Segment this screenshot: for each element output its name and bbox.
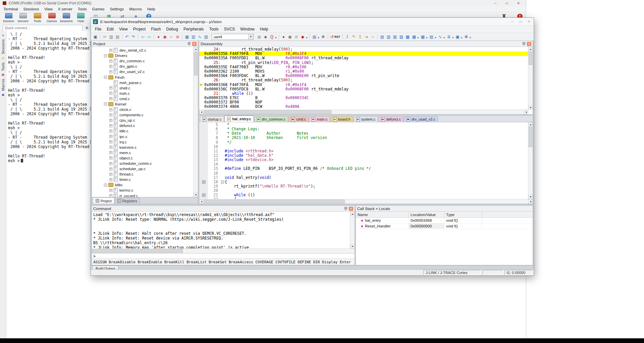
scroll-down-icon[interactable] (528, 106, 533, 110)
expander-icon[interactable]: + (109, 70, 112, 73)
disassembly-view[interactable]: 24: rt_thread_mdelay(500);0x00003356F44F… (199, 47, 533, 114)
configure-icon[interactable]: ☸ (320, 34, 326, 40)
quick-connect-settings-icon[interactable]: ☸ (85, 26, 89, 30)
expander-icon[interactable]: + (109, 49, 112, 52)
stop-icon[interactable]: ◼ (287, 34, 293, 40)
scroll-up-icon[interactable] (350, 212, 355, 216)
minimize-icon[interactable]: ─ (511, 20, 514, 23)
tree-item-klibc[interactable]: −klibc (92, 182, 198, 188)
mobaxterm-title-bar[interactable]: COM9 (Prolific USB-to-Serial Comm Port (… (0, 0, 526, 6)
system-viewer-icon[interactable]: ▣ (454, 34, 461, 40)
expander-icon[interactable]: + (109, 167, 112, 170)
minimize-icon[interactable]: ─ (494, 1, 496, 5)
editor-hscrollbar[interactable] (199, 199, 533, 204)
expander-icon[interactable]: − (104, 54, 107, 57)
chevron-down-icon[interactable]: ▼ (434, 37, 437, 39)
expander-icon[interactable]: + (109, 114, 112, 117)
star-icon[interactable]: ★ (2, 57, 5, 60)
scroll-up-icon[interactable] (194, 47, 198, 51)
watch-icon[interactable]: ▦ (184, 34, 190, 40)
menu-settings[interactable]: Settings (107, 7, 127, 11)
chevron-down-icon[interactable]: ▼ (469, 37, 472, 39)
expander-icon[interactable]: + (109, 173, 112, 176)
tree-item-scheduler-comm-c[interactable]: +scheduler_comm.c (92, 161, 198, 166)
column-header-name[interactable]: Name (356, 212, 409, 217)
tab-registers[interactable]: Registers (115, 198, 140, 204)
coverage-icon[interactable]: ◆ (300, 34, 306, 40)
no-trace-icon[interactable]: ⊘ (293, 34, 300, 40)
tree-item-msh-c[interactable]: +msh.c (92, 91, 198, 96)
command-input-line[interactable]: > (92, 253, 355, 259)
scroll-down-icon[interactable] (528, 195, 533, 199)
sidebar-tab-sessions[interactable]: Sessions (1, 39, 5, 54)
tab-main-c[interactable]: main.c (309, 116, 330, 122)
tree-item-drv-gpio-c[interactable]: +drv_gpio.c (92, 64, 198, 69)
tree-item-ipc-c[interactable]: +ipc.c (92, 134, 198, 139)
memory-icon[interactable]: ▥ (190, 34, 197, 40)
nav-forward-icon[interactable]: ⇨ (146, 34, 152, 40)
tree-item-thread-c[interactable]: +thread.c (92, 172, 198, 177)
close-icon[interactable]: ✕ (527, 42, 531, 46)
close-icon[interactable]: ✕ (349, 207, 353, 211)
tab-drv-usart-v2-c[interactable]: drv_usart_v2.c (404, 116, 438, 122)
scroll-right-icon[interactable] (528, 199, 533, 204)
expander-icon[interactable]: + (109, 189, 112, 192)
menu-sessions[interactable]: Sessions (20, 7, 42, 11)
tree-item-irq-c[interactable]: +irq.c (92, 139, 198, 145)
undo-icon[interactable]: ↶ (124, 34, 130, 40)
servers-button[interactable]: Servers (16, 13, 30, 23)
menu-macros[interactable]: Macros (126, 7, 145, 11)
uvision-title-bar[interactable]: µ E:\workspace\rt-thread\bsp\renesas\ra4… (91, 18, 534, 26)
chevron-down-icon[interactable]: ▼ (306, 37, 308, 39)
taskbar[interactable] (0, 338, 644, 343)
tree-item-cpu-up-c[interactable]: +cpu_up.c (92, 118, 198, 123)
tools-button[interactable]: Tools (30, 13, 45, 23)
tree-item-idle-c[interactable]: +idle.c (92, 128, 198, 134)
enable-breakpoint-icon[interactable]: ◉ (162, 34, 168, 40)
scroll-up-icon[interactable] (528, 122, 533, 127)
scroll-right-icon[interactable] (524, 110, 528, 114)
expander-icon[interactable]: + (109, 140, 112, 143)
tree-item-defunct-c[interactable]: +defunct.c (92, 123, 198, 128)
sidebar-tab-macros[interactable]: Macros (1, 79, 5, 91)
tab-system-c[interactable]: system.c (354, 116, 378, 122)
tree-item-kerrno-c[interactable]: +kerrno.c (92, 188, 198, 193)
chevron-down-icon[interactable]: ▼ (275, 37, 277, 39)
scroll-up-icon[interactable] (528, 47, 533, 51)
copy-icon[interactable]: ▥ (108, 34, 114, 40)
record-icon[interactable]: ● (280, 34, 287, 40)
menu-tools[interactable]: Tools (207, 27, 221, 31)
menu-x-server[interactable]: X server (55, 7, 75, 11)
disassembly-window-icon[interactable]: ▥ (385, 34, 392, 40)
menu-tools[interactable]: Tools (75, 7, 90, 11)
sidebar-tab-tools[interactable]: Tools (1, 62, 5, 71)
code-editor[interactable]: 5 *6 * Change Logs:7 * Date Author Notes… (199, 123, 528, 199)
tree-item-kservice-c[interactable]: +kservice.c (92, 145, 198, 150)
expander-icon[interactable]: + (109, 135, 112, 138)
menu-edit[interactable]: Edit (104, 27, 116, 31)
expander-icon[interactable]: + (109, 97, 112, 100)
expander-icon[interactable]: + (109, 108, 112, 111)
menu-svcs[interactable]: SVCS (221, 27, 238, 31)
watch-window-icon[interactable]: ▦ (411, 34, 417, 40)
kill-breakpoints-icon[interactable]: ⊘ (174, 34, 181, 40)
tab-startup-c[interactable]: startup.c (200, 116, 224, 122)
disable-breakpoints-icon[interactable]: ○ (168, 34, 174, 40)
expander-icon[interactable]: − (104, 76, 107, 79)
tree-item-clock-c[interactable]: +clock.c (92, 107, 198, 112)
menu-flash[interactable]: Flash (148, 27, 163, 31)
serial-window-icon[interactable]: ▤ (428, 34, 435, 40)
symbols-window-icon[interactable]: ▧ (392, 34, 398, 40)
menu-debug[interactable]: Debug (164, 27, 181, 31)
project-tree-scrollbar[interactable] (193, 47, 198, 197)
callstack-window-icon[interactable]: ▩ (405, 34, 411, 40)
tree-item-components-c[interactable]: +components.c (92, 112, 198, 118)
expander-icon[interactable]: + (109, 60, 112, 63)
tab-board-h[interactable]: board.h (330, 116, 353, 122)
diamond-icon[interactable]: ◆ (2, 93, 4, 96)
save-icon[interactable]: ▣ (92, 34, 99, 40)
tab-hal-entry-c[interactable]: hal_entry.c (224, 116, 254, 122)
chevron-down-icon[interactable]: ▼ (317, 37, 320, 39)
disassembly-hscrollbar[interactable] (199, 110, 528, 114)
tree-item-drv-usart-v2-c[interactable]: +drv_usart_v2.c (92, 69, 198, 74)
